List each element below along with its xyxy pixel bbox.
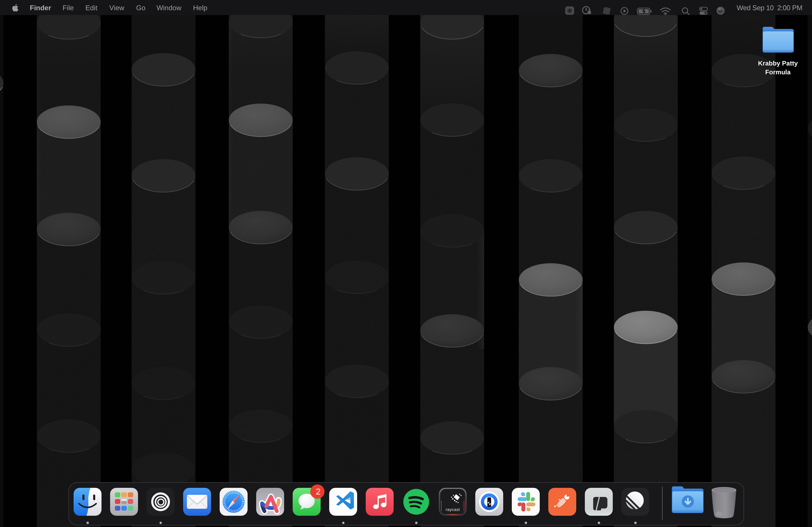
svg-text:2: 2 xyxy=(316,487,321,496)
svg-text:raycast: raycast xyxy=(446,508,460,512)
